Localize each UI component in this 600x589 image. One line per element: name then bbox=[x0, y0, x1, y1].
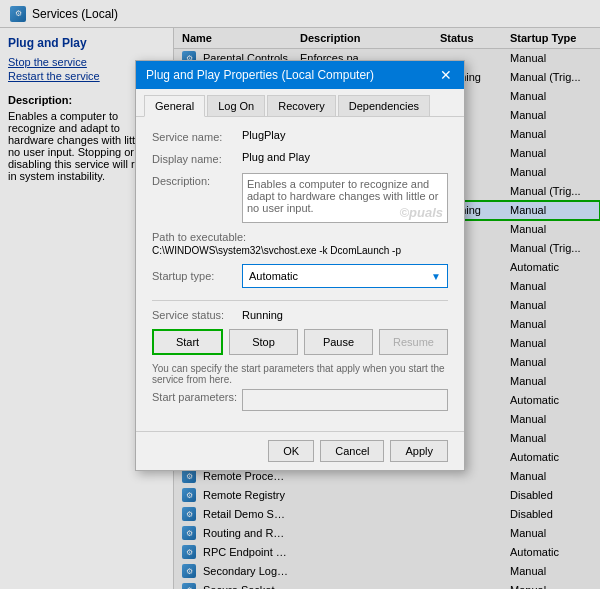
resume-button[interactable]: Resume bbox=[379, 329, 448, 355]
ok-button[interactable]: OK bbox=[268, 440, 314, 462]
divider bbox=[152, 300, 448, 301]
path-value: C:\WINDOWS\system32\svchost.exe -k DcomL… bbox=[152, 245, 448, 256]
service-status-row: Service status: Running bbox=[152, 309, 448, 321]
tab-general[interactable]: General bbox=[144, 95, 205, 117]
dialog-title-bar: Plug and Play Properties (Local Computer… bbox=[136, 61, 464, 89]
path-field: Path to executable: C:\WINDOWS\system32\… bbox=[152, 231, 448, 256]
tab-dependencies[interactable]: Dependencies bbox=[338, 95, 430, 116]
service-name-value: PlugPlay bbox=[242, 129, 448, 141]
display-name-field: Display name: Plug and Play bbox=[152, 151, 448, 165]
display-name-label: Display name: bbox=[152, 151, 242, 165]
start-params-label: Start parameters: bbox=[152, 389, 242, 403]
dialog-overlay: Plug and Play Properties (Local Computer… bbox=[0, 0, 600, 589]
start-params-input[interactable] bbox=[242, 389, 448, 411]
tab-logon[interactable]: Log On bbox=[207, 95, 265, 116]
stop-button[interactable]: Stop bbox=[229, 329, 298, 355]
description-field-label: Description: bbox=[152, 173, 242, 187]
watermark: ©puals bbox=[399, 205, 443, 220]
service-name-label: Service name: bbox=[152, 129, 242, 143]
dialog-close-button[interactable]: ✕ bbox=[438, 67, 454, 83]
description-field: Description: Enables a computer to recog… bbox=[152, 173, 448, 223]
dialog-footer: OK Cancel Apply bbox=[136, 431, 464, 470]
main-window: ⚙ Services (Local) Plug and Play Stop th… bbox=[0, 0, 600, 589]
dialog-tabs: General Log On Recovery Dependencies bbox=[136, 89, 464, 117]
description-field-value: Enables a computer to recognize and adap… bbox=[242, 173, 448, 223]
tab-recovery[interactable]: Recovery bbox=[267, 95, 335, 116]
startup-row: Startup type: Automatic ▼ bbox=[152, 264, 448, 288]
start-button[interactable]: Start bbox=[152, 329, 223, 355]
startup-type-label: Startup type: bbox=[152, 270, 242, 282]
dialog-title: Plug and Play Properties (Local Computer… bbox=[146, 68, 374, 82]
pause-button[interactable]: Pause bbox=[304, 329, 373, 355]
cancel-button[interactable]: Cancel bbox=[320, 440, 384, 462]
service-status-value: Running bbox=[242, 309, 283, 321]
start-params-note: You can specify the start parameters tha… bbox=[152, 363, 448, 385]
startup-type-value: Automatic bbox=[249, 270, 298, 282]
service-name-field: Service name: PlugPlay bbox=[152, 129, 448, 143]
apply-button[interactable]: Apply bbox=[390, 440, 448, 462]
description-text-content: Enables a computer to recognize and adap… bbox=[247, 178, 438, 214]
start-params-field: Start parameters: bbox=[152, 389, 448, 411]
path-label: Path to executable: bbox=[152, 231, 448, 243]
service-status-label: Service status: bbox=[152, 309, 242, 321]
startup-select-arrow-icon: ▼ bbox=[431, 271, 441, 282]
properties-dialog: Plug and Play Properties (Local Computer… bbox=[135, 60, 465, 471]
dialog-content: Service name: PlugPlay Display name: Plu… bbox=[136, 117, 464, 431]
startup-type-select[interactable]: Automatic ▼ bbox=[242, 264, 448, 288]
service-control-buttons: Start Stop Pause Resume bbox=[152, 329, 448, 355]
display-name-value: Plug and Play bbox=[242, 151, 448, 163]
